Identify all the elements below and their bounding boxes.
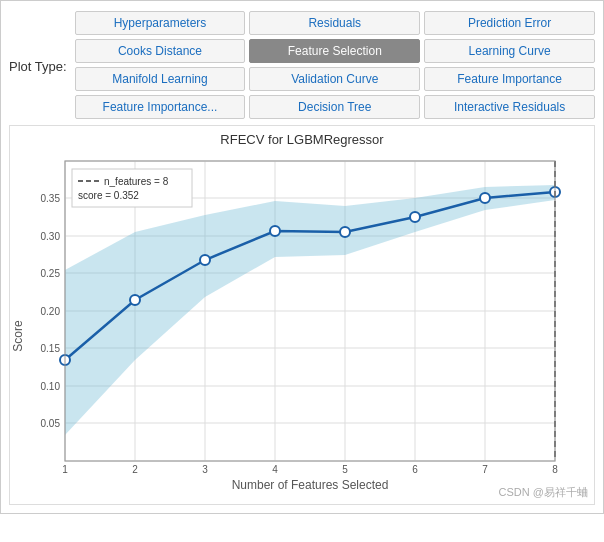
ytick-035: 0.35: [41, 193, 61, 204]
xtick-2: 2: [132, 464, 138, 475]
ytick-020: 0.20: [41, 306, 61, 317]
ytick-025: 0.25: [41, 268, 61, 279]
xtick-4: 4: [272, 464, 278, 475]
legend-text-2: score = 0.352: [78, 190, 139, 201]
chart-area: RFECV for LGBMRegressor Score Number of …: [9, 125, 595, 505]
btn-manifold-learning[interactable]: Manifold Learning: [75, 67, 246, 91]
legend-text-1: n_features = 8: [104, 176, 169, 187]
btn-hyperparameters[interactable]: Hyperparameters: [75, 11, 246, 35]
dot-2: [130, 295, 140, 305]
dot-6: [410, 212, 420, 222]
legend-box: [72, 169, 192, 207]
btn-cooks-distance[interactable]: Cooks Distance: [75, 39, 246, 63]
btn-residuals[interactable]: Residuals: [249, 11, 420, 35]
xtick-7: 7: [482, 464, 488, 475]
chart-svg: Score Number of Features Selected 0.05: [10, 151, 578, 496]
ytick-030: 0.30: [41, 231, 61, 242]
btn-feature-importance-dots[interactable]: Feature Importance...: [75, 95, 246, 119]
dot-4: [270, 226, 280, 236]
dot-7: [480, 193, 490, 203]
x-axis-label: Number of Features Selected: [232, 478, 389, 492]
plot-type-row: Plot Type: Hyperparameters Residuals Pre…: [1, 1, 603, 125]
xtick-5: 5: [342, 464, 348, 475]
ytick-015: 0.15: [41, 343, 61, 354]
y-axis-label: Score: [11, 320, 25, 352]
chart-title: RFECV for LGBMRegressor: [10, 126, 594, 151]
btn-feature-importance-top[interactable]: Feature Importance: [424, 67, 595, 91]
main-container: Plot Type: Hyperparameters Residuals Pre…: [0, 0, 604, 514]
btn-learning-curve[interactable]: Learning Curve: [424, 39, 595, 63]
plot-type-label: Plot Type:: [9, 59, 67, 74]
btn-prediction-error[interactable]: Prediction Error: [424, 11, 595, 35]
ytick-005: 0.05: [41, 418, 61, 429]
dot-5: [340, 227, 350, 237]
btn-feature-selection[interactable]: Feature Selection: [249, 39, 420, 63]
xtick-1: 1: [62, 464, 68, 475]
btn-validation-curve[interactable]: Validation Curve: [249, 67, 420, 91]
xtick-8: 8: [552, 464, 558, 475]
xtick-3: 3: [202, 464, 208, 475]
btn-interactive-residuals[interactable]: Interactive Residuals: [424, 95, 595, 119]
btn-decision-tree[interactable]: Decision Tree: [249, 95, 420, 119]
dot-3: [200, 255, 210, 265]
xtick-6: 6: [412, 464, 418, 475]
ytick-010: 0.10: [41, 381, 61, 392]
buttons-grid: Hyperparameters Residuals Prediction Err…: [75, 7, 595, 125]
watermark: CSDN @易祥千蛐: [499, 485, 588, 500]
